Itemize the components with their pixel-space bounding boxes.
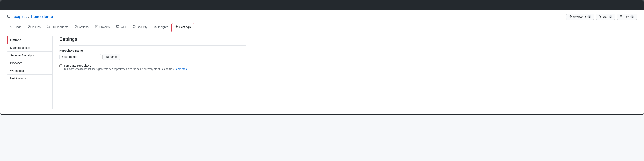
tab-actions-label: Actions [79, 25, 88, 29]
template-repo-description: Template repositories let users generate… [64, 68, 188, 70]
eye-icon [569, 15, 572, 18]
template-repo-section: Template repository Template repositorie… [59, 64, 246, 70]
security-icon [133, 25, 136, 29]
tab-security-label: Security [137, 25, 148, 29]
sidebar-item-notifications[interactable]: Notifications [7, 75, 52, 82]
template-repo-checkbox[interactable] [59, 64, 62, 67]
fork-count: 0 [630, 15, 634, 18]
star-label: Star [602, 15, 608, 18]
repo-type-icon [7, 15, 10, 19]
repo-separator: / [28, 14, 30, 19]
template-repo-text: Template repository Template repositorie… [64, 64, 188, 70]
repo-name-link[interactable]: hexo-demo [31, 14, 53, 19]
fork-icon [620, 15, 622, 18]
top-nav-bar [0, 0, 644, 10]
insights-icon [154, 25, 157, 29]
tab-wiki-label: Wiki [120, 25, 126, 29]
sidebar-branches-label: Branches [10, 62, 22, 65]
sidebar-item-webhooks[interactable]: Webhooks [7, 67, 52, 75]
settings-page-title: Settings [59, 36, 246, 46]
issues-icon [28, 25, 31, 29]
repo-title: zexiplus / hexo-demo [7, 14, 53, 19]
unwatch-button[interactable]: Unwatch ▾ 1 [566, 14, 594, 20]
pull-requests-icon [47, 25, 50, 29]
settings-content: Settings Repository name Rename Template… [59, 36, 246, 109]
main-content: Options Manage access Security & analysi… [0, 31, 644, 114]
tab-settings[interactable]: Settings [172, 23, 194, 32]
tab-actions[interactable]: Actions [72, 23, 92, 31]
wiki-icon [116, 25, 119, 29]
settings-icon [175, 25, 178, 29]
sidebar-item-manage-access[interactable]: Manage access [7, 44, 52, 52]
tab-insights-label: Insights [158, 25, 168, 29]
star-icon [598, 15, 601, 18]
nav-tabs: Code Issues Pu [7, 23, 637, 31]
projects-icon [95, 25, 98, 29]
sidebar-webhooks-label: Webhooks [10, 69, 24, 72]
repo-name-input[interactable] [59, 54, 101, 60]
learn-more-link[interactable]: Learn more. [175, 68, 188, 70]
tab-projects-label: Projects [99, 25, 110, 29]
tab-code[interactable]: Code [7, 23, 25, 31]
sidebar-item-branches[interactable]: Branches [7, 59, 52, 67]
sidebar-options-label: Options [10, 38, 21, 42]
tab-settings-label: Settings [179, 25, 191, 29]
template-repo-label: Template repository [64, 64, 92, 67]
tab-security[interactable]: Security [130, 23, 151, 31]
code-icon [10, 25, 13, 29]
tab-pull-requests[interactable]: Pull requests [44, 23, 72, 31]
repo-header: zexiplus / hexo-demo Unwatch ▾ 1 [0, 10, 644, 31]
sidebar-manage-access-label: Manage access [10, 46, 30, 50]
rename-button[interactable]: Rename [102, 54, 120, 60]
repo-owner-link[interactable]: zexiplus [12, 14, 26, 19]
star-button[interactable]: Star 0 [596, 14, 616, 20]
tab-code-label: Code [14, 25, 21, 29]
tab-projects[interactable]: Projects [92, 23, 113, 31]
tab-insights[interactable]: Insights [150, 23, 171, 31]
repo-name-label: Repository name [59, 49, 246, 52]
fork-button[interactable]: Fork 0 [617, 14, 637, 20]
actions-icon [75, 25, 78, 29]
repo-actions: Unwatch ▾ 1 Star 0 Fork 0 [566, 14, 637, 20]
unwatch-label: Unwatch [573, 15, 584, 18]
unwatch-dropdown-icon: ▾ [585, 15, 586, 18]
repo-name-section: Repository name Rename [59, 49, 246, 60]
tab-pull-requests-label: Pull requests [52, 25, 68, 29]
tab-issues-label: Issues [32, 25, 40, 29]
tab-wiki[interactable]: Wiki [113, 23, 129, 31]
sidebar-notifications-label: Notifications [10, 77, 26, 80]
unwatch-count: 1 [588, 15, 591, 18]
sidebar-item-security-analysis[interactable]: Security & analysis [7, 52, 52, 59]
sidebar-security-analysis-label: Security & analysis [10, 54, 35, 57]
settings-sidebar: Options Manage access Security & analysi… [7, 36, 53, 109]
repo-title-row: zexiplus / hexo-demo Unwatch ▾ 1 [7, 14, 637, 20]
tab-issues[interactable]: Issues [25, 23, 44, 31]
sidebar-item-options[interactable]: Options [7, 36, 52, 44]
repo-name-input-row: Rename [59, 54, 246, 60]
star-count: 0 [609, 15, 613, 18]
fork-label: Fork [624, 15, 629, 18]
